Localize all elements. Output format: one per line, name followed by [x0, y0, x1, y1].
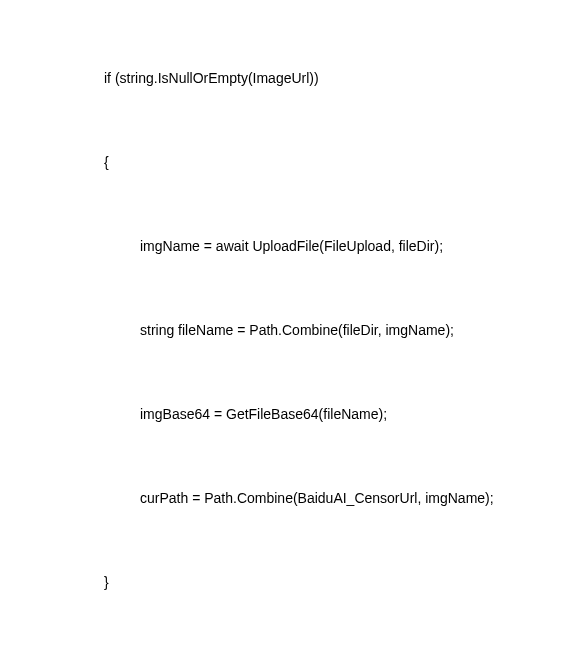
code-line: { [0, 148, 561, 176]
code-block: if (string.IsNullOrEmpty(ImageUrl)) { im… [0, 8, 561, 660]
code-line: } [0, 568, 561, 596]
code-line: imgName = await UploadFile(FileUpload, f… [0, 232, 561, 260]
code-line: string fileName = Path.Combine(fileDir, … [0, 316, 561, 344]
code-line: imgBase64 = GetFileBase64(fileName); [0, 400, 561, 428]
code-line: if (string.IsNullOrEmpty(ImageUrl)) [0, 64, 561, 92]
code-line: curPath = Path.Combine(BaiduAI_CensorUrl… [0, 484, 561, 512]
code-line: else [0, 652, 561, 660]
